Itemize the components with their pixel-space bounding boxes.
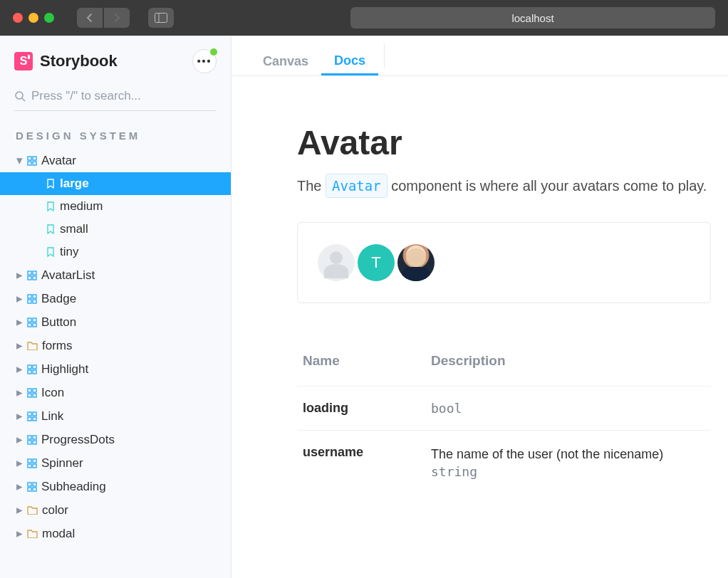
caret-right-icon: ▸ (16, 479, 23, 494)
bookmark-icon (46, 201, 56, 211)
svg-rect-5 (33, 157, 36, 160)
svg-rect-39 (33, 464, 36, 468)
bookmark-icon (46, 179, 56, 189)
bookmark-icon (46, 224, 56, 234)
sidebar-item-icon[interactable]: ▸Icon (0, 381, 231, 404)
avatar-placeholder (318, 244, 355, 281)
sidebar-tree: ▾Avatarlargemediumsmalltiny▸AvatarList▸B… (0, 149, 231, 578)
caret-right-icon: ▸ (16, 456, 23, 471)
sidebar: S Storybook ••• DESIGN SYSTEM ▾Avatarlar… (0, 36, 232, 578)
prop-name: loading (303, 401, 348, 415)
window-titlebar: localhost (0, 0, 728, 36)
svg-line-3 (22, 98, 25, 101)
notification-badge (210, 48, 217, 56)
folder-icon (27, 505, 38, 515)
component-icon (27, 317, 37, 327)
svg-rect-37 (33, 459, 36, 463)
sidebar-item-label: tiny (60, 245, 78, 259)
nav-forward-button[interactable] (104, 8, 130, 28)
search-field[interactable] (14, 85, 217, 111)
svg-rect-29 (33, 412, 36, 416)
svg-rect-34 (28, 441, 31, 444)
props-header-description: Description (425, 346, 711, 387)
nav-back-button[interactable] (77, 8, 103, 28)
svg-rect-10 (28, 276, 31, 280)
svg-rect-42 (28, 488, 31, 491)
sidebar-item-avatar[interactable]: ▾Avatar (0, 149, 231, 172)
component-icon (27, 156, 37, 166)
sidebar-item-subheading[interactable]: ▸Subheading (0, 475, 231, 498)
svg-rect-15 (33, 300, 36, 303)
svg-rect-12 (28, 295, 31, 298)
sidebar-item-label: forms (42, 339, 73, 353)
sidebar-story-tiny[interactable]: tiny (0, 241, 231, 263)
svg-rect-26 (28, 394, 31, 397)
props-table: Name Description loadingboolusernameThe … (297, 346, 711, 493)
sidebar-item-label: Avatar (41, 154, 76, 168)
sidebar-item-button[interactable]: ▸Button (0, 310, 231, 334)
close-window-button[interactable] (13, 13, 23, 23)
caret-right-icon: ▸ (16, 526, 23, 541)
component-icon (27, 270, 37, 280)
svg-rect-16 (28, 318, 31, 322)
minimize-window-button[interactable] (28, 13, 38, 23)
sidebar-item-label: ProgressDots (41, 433, 115, 447)
preview-panel: T (297, 222, 711, 303)
sidebar-item-modal[interactable]: ▸modal (0, 522, 231, 545)
prop-type: string (431, 464, 705, 479)
sidebar-item-highlight[interactable]: ▸Highlight (0, 357, 231, 381)
svg-rect-17 (33, 318, 36, 322)
svg-rect-43 (33, 488, 36, 491)
chevron-left-icon (86, 13, 93, 23)
sidebar-section-label: DESIGN SYSTEM (0, 111, 231, 149)
doc-subtitle: The Avatar component is where all your a… (297, 174, 711, 198)
props-header-name: Name (297, 346, 425, 387)
prop-description: The name of the user (not the nicename) (431, 445, 705, 464)
tab-docs[interactable]: Docs (321, 36, 378, 75)
svg-rect-14 (28, 300, 31, 303)
component-icon (27, 364, 37, 374)
sidebar-item-forms[interactable]: ▸forms (0, 334, 231, 357)
sidebar-item-color[interactable]: ▸color (0, 498, 231, 522)
sidebar-item-badge[interactable]: ▸Badge (0, 287, 231, 310)
avatar-photo (397, 244, 435, 281)
tab-canvas[interactable]: Canvas (250, 36, 321, 75)
maximize-window-button[interactable] (44, 13, 54, 23)
sidebar-item-label: Highlight (41, 362, 88, 377)
avatar-initial: T (358, 244, 395, 281)
chevron-right-icon (113, 13, 120, 23)
svg-rect-0 (155, 14, 167, 23)
svg-rect-23 (33, 370, 36, 374)
sidebar-icon (155, 13, 167, 23)
folder-icon (27, 529, 38, 538)
svg-rect-20 (28, 365, 31, 369)
sidebar-toggle-button[interactable] (148, 8, 174, 28)
sidebar-story-large[interactable]: large (0, 172, 231, 195)
sidebar-item-avatarlist[interactable]: ▸AvatarList (0, 263, 231, 287)
doc-sub-prefix: The (297, 178, 326, 194)
sidebar-story-small[interactable]: small (0, 218, 231, 241)
svg-rect-38 (28, 464, 31, 468)
component-icon (27, 458, 37, 468)
sidebar-menu-button[interactable]: ••• (192, 49, 217, 73)
svg-rect-18 (28, 323, 31, 327)
bookmark-icon (46, 247, 56, 257)
caret-right-icon: ▸ (16, 385, 23, 400)
sidebar-item-label: small (60, 222, 88, 236)
address-bar[interactable]: localhost (350, 7, 715, 28)
folder-icon (27, 341, 38, 350)
caret-right-icon: ▸ (16, 432, 23, 447)
caret-right-icon: ▸ (16, 338, 23, 353)
component-icon (27, 294, 37, 304)
prop-name: username (303, 445, 363, 459)
sidebar-item-progressdots[interactable]: ▸ProgressDots (0, 428, 231, 451)
svg-rect-35 (33, 441, 36, 444)
search-input[interactable] (31, 89, 217, 103)
svg-rect-31 (33, 417, 36, 421)
sidebar-story-medium[interactable]: medium (0, 195, 231, 218)
search-icon (14, 90, 26, 102)
sidebar-item-spinner[interactable]: ▸Spinner (0, 451, 231, 475)
sidebar-item-label: large (60, 177, 89, 191)
sidebar-item-link[interactable]: ▸Link (0, 404, 231, 428)
sidebar-item-label: Link (41, 409, 63, 424)
